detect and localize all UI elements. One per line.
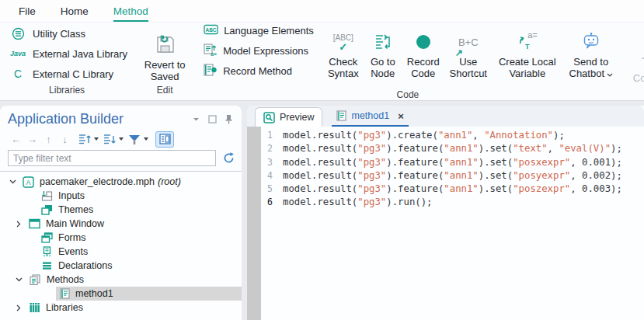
continue-button[interactable]: Continue [626, 39, 644, 84]
send-to-chatbot-label: Send to Chatbot [564, 56, 618, 79]
expander-collapsed-icon[interactable] [12, 221, 25, 228]
code-string: "pg3" [357, 129, 386, 142]
model-expressions-button[interactable]: a= Model Expressions [204, 43, 314, 58]
language-elements-button[interactable]: ABC Language Elements [204, 23, 314, 38]
code-text: , 0.002); [570, 169, 622, 183]
code-text: model.result( [283, 129, 357, 142]
use-shortcut-button[interactable]: B+C ↗ Use Shortcut [446, 23, 491, 89]
external-java-library-button[interactable]: Java External Java Library [9, 45, 127, 63]
code-string: "poszexpr" [513, 183, 570, 196]
code-text: ).feature( [386, 156, 444, 169]
svg-text:ABC: ABC [206, 26, 217, 32]
send-to-chatbot-button[interactable]: Send to Chatbot [564, 23, 618, 89]
tree-row-root[interactable]: A pacemaker_electrode.mph(root) [0, 175, 242, 189]
line-number: 3 [261, 156, 283, 169]
preview-icon [263, 112, 275, 123]
breakpoint-gutter[interactable] [247, 127, 261, 320]
tab-method1[interactable]: method1 × [332, 106, 408, 127]
code-line[interactable]: 6model.result("pg3").run(); [261, 196, 644, 209]
forward-button[interactable]: → [24, 134, 40, 145]
filter-input[interactable] [8, 150, 216, 166]
code-text: ).set( [479, 142, 513, 155]
expander-collapsed-icon[interactable] [12, 304, 25, 311]
code-line[interactable]: 4model.result("pg3").feature("ann1").set… [261, 169, 644, 183]
code-string: "Annotation" [484, 129, 553, 142]
tree-row-inputs[interactable]: Inputs [0, 189, 242, 203]
code-editor[interactable]: 1model.result("pg3").create("ann1", "Ann… [247, 127, 644, 320]
collapse-list-dropdown[interactable] [94, 137, 99, 141]
refresh-icon[interactable] [222, 151, 235, 165]
code-text: ).feature( [386, 183, 444, 196]
svg-text:T: T [525, 43, 530, 50]
code-text: , [548, 142, 559, 155]
panel-pin-icon[interactable] [225, 114, 232, 124]
tree-row-main-window[interactable]: Main Window [0, 217, 242, 231]
code-string: "pg3" [357, 156, 386, 169]
code-string: "pg3" [357, 183, 386, 196]
tree-row-declarations[interactable]: Declarations [0, 259, 242, 273]
utility-class-button[interactable]: Utility Class [9, 25, 127, 43]
code-string: "ann1" [444, 183, 478, 196]
filter-dropdown[interactable] [144, 137, 148, 141]
code-text: , 0.001); [570, 156, 622, 169]
create-local-variable-button[interactable]: a= T Create Local Variable [493, 23, 562, 89]
collapse-list-icon[interactable] [78, 134, 92, 144]
expand-list-dropdown[interactable] [119, 137, 124, 141]
events-icon [41, 246, 53, 257]
move-down-button[interactable]: ↓ [57, 134, 73, 145]
code-string: "ann1" [444, 169, 478, 183]
ribbon-group-code: ABC Language Elements a= Model Expressio… [197, 23, 618, 100]
menu-tab-file[interactable]: File [19, 5, 36, 22]
tree-row-themes[interactable]: Themes [0, 203, 242, 217]
tree-row-method1[interactable]: method1 [0, 287, 242, 301]
expander-expanded-icon[interactable] [12, 277, 25, 282]
go-to-node-button[interactable]: Go to Node [365, 23, 401, 89]
svg-text:A: A [26, 179, 30, 186]
panel-menu-chevron-icon[interactable] [193, 117, 200, 122]
tree-row-libraries[interactable]: Libraries [0, 301, 242, 315]
record-method-icon [204, 64, 218, 78]
revert-to-saved-button[interactable]: ↻ Revert to Saved [140, 26, 190, 82]
record-method-button[interactable]: Record Method [204, 63, 314, 78]
tree-label: method1 [75, 288, 113, 299]
code-string: "pg3" [357, 142, 386, 155]
code-line[interactable]: 2model.result("pg3").feature("ann1").set… [261, 142, 644, 155]
panel-float-icon[interactable] [208, 115, 217, 123]
code-text: ); [553, 129, 565, 142]
expander-expanded-icon[interactable] [6, 179, 19, 184]
tree-label: Themes [58, 204, 93, 215]
code-string: "text" [513, 142, 547, 155]
expand-list-icon[interactable] [103, 134, 117, 144]
menu-tab-method[interactable]: Method [113, 5, 148, 22]
code-line[interactable]: 3model.result("pg3").feature("ann1").set… [261, 156, 644, 169]
code-line[interactable]: 1model.result("pg3").create("ann1", "Ann… [261, 129, 644, 142]
utility-class-label: Utility Class [33, 28, 85, 40]
external-c-library-button[interactable]: C External C Library [9, 65, 127, 83]
filter-icon[interactable] [127, 134, 141, 145]
code-lines[interactable]: 1model.result("pg3").create("ann1", "Ann… [261, 127, 644, 320]
code-text: ).create( [386, 129, 438, 142]
external-java-library-label: External Java Library [33, 48, 127, 60]
back-button[interactable]: ← [8, 134, 24, 145]
move-up-button[interactable]: ↑ [40, 134, 57, 145]
go-to-node-label: Go to Node [365, 56, 401, 79]
main-window-icon [29, 218, 40, 229]
record-code-button[interactable]: Record Code [402, 23, 444, 89]
tree-label: Declarations [58, 260, 112, 271]
tab-close-icon[interactable]: × [398, 110, 404, 122]
app-root-icon: A [23, 176, 34, 188]
tree-row-methods[interactable]: Methods [0, 273, 242, 287]
record-code-label: Record Code [402, 56, 444, 79]
tree-row-forms[interactable]: Forms [0, 231, 242, 245]
tree-row-events[interactable]: Events [0, 245, 242, 259]
show-all-code-toggle[interactable] [155, 131, 174, 148]
record-code-icon [415, 28, 432, 56]
tab-preview-label: Preview [280, 112, 314, 123]
record-method-label: Record Method [223, 65, 292, 77]
code-string: "ann1" [444, 142, 478, 155]
code-line[interactable]: 5model.result("pg3").feature("ann1").set… [261, 183, 644, 196]
code-string: "posyexpr" [513, 169, 570, 183]
check-syntax-button[interactable]: [ABC] ✓ Check Syntax [323, 23, 364, 89]
tab-preview[interactable]: Preview [255, 107, 322, 127]
menu-tab-home[interactable]: Home [61, 5, 89, 22]
